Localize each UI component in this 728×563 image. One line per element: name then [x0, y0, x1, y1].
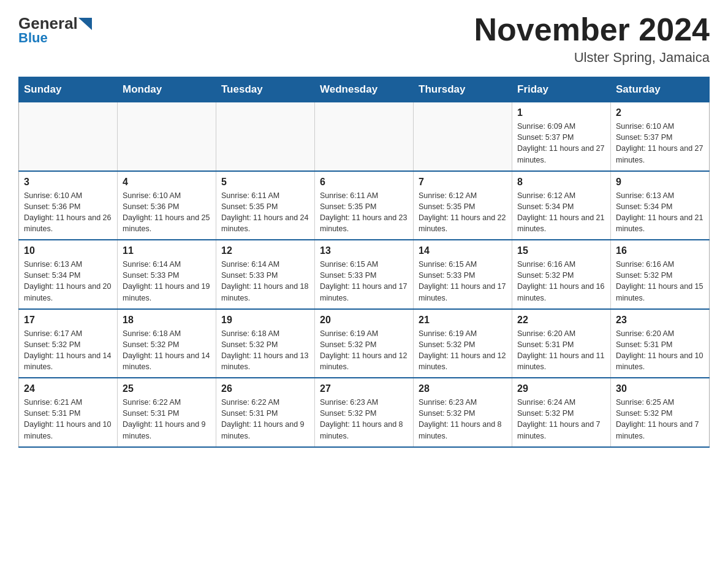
day-info-text: Sunrise: 6:18 AMSunset: 5:32 PMDaylight:… — [221, 328, 309, 373]
day-number: 28 — [419, 383, 507, 394]
day-info-text: Sunrise: 6:20 AMSunset: 5:31 PMDaylight:… — [616, 328, 704, 373]
day-info-text: Sunrise: 6:22 AMSunset: 5:31 PMDaylight:… — [221, 397, 309, 442]
col-header-wednesday: Wednesday — [315, 77, 414, 102]
day-number: 9 — [616, 177, 704, 188]
col-header-saturday: Saturday — [611, 77, 710, 102]
calendar-cell: 15Sunrise: 6:16 AMSunset: 5:32 PMDayligh… — [512, 240, 611, 309]
day-info-text: Sunrise: 6:24 AMSunset: 5:32 PMDaylight:… — [517, 397, 605, 442]
day-info-text: Sunrise: 6:22 AMSunset: 5:31 PMDaylight:… — [123, 397, 211, 442]
day-number: 4 — [123, 177, 211, 188]
day-info-text: Sunrise: 6:10 AMSunset: 5:37 PMDaylight:… — [616, 121, 704, 166]
day-number: 17 — [24, 315, 112, 326]
calendar-cell: 29Sunrise: 6:24 AMSunset: 5:32 PMDayligh… — [512, 378, 611, 447]
day-number: 20 — [320, 315, 408, 326]
calendar-cell: 28Sunrise: 6:23 AMSunset: 5:32 PMDayligh… — [414, 378, 512, 447]
day-info-text: Sunrise: 6:16 AMSunset: 5:32 PMDaylight:… — [517, 259, 605, 304]
calendar-cell: 1Sunrise: 6:09 AMSunset: 5:37 PMDaylight… — [512, 102, 611, 171]
day-info-text: Sunrise: 6:11 AMSunset: 5:35 PMDaylight:… — [320, 190, 408, 235]
calendar-header-row: SundayMondayTuesdayWednesdayThursdayFrid… — [19, 77, 710, 102]
day-number: 21 — [419, 315, 507, 326]
calendar-cell: 13Sunrise: 6:15 AMSunset: 5:33 PMDayligh… — [315, 240, 414, 309]
calendar-cell: 4Sunrise: 6:10 AMSunset: 5:36 PMDaylight… — [118, 171, 216, 240]
day-info-text: Sunrise: 6:15 AMSunset: 5:33 PMDaylight:… — [320, 259, 408, 304]
calendar-cell: 10Sunrise: 6:13 AMSunset: 5:34 PMDayligh… — [19, 240, 118, 309]
day-info-text: Sunrise: 6:20 AMSunset: 5:31 PMDaylight:… — [517, 328, 605, 373]
day-number: 26 — [221, 383, 309, 394]
day-number: 3 — [24, 177, 112, 188]
day-info-text: Sunrise: 6:18 AMSunset: 5:32 PMDaylight:… — [123, 328, 211, 373]
logo: General Blue — [18, 12, 92, 46]
day-number: 8 — [517, 177, 605, 188]
day-info-text: Sunrise: 6:11 AMSunset: 5:35 PMDaylight:… — [221, 190, 309, 235]
col-header-tuesday: Tuesday — [216, 77, 315, 102]
calendar-week-row: 1Sunrise: 6:09 AMSunset: 5:37 PMDaylight… — [19, 102, 710, 171]
calendar-cell: 12Sunrise: 6:14 AMSunset: 5:33 PMDayligh… — [216, 240, 315, 309]
col-header-monday: Monday — [118, 77, 216, 102]
calendar-cell: 25Sunrise: 6:22 AMSunset: 5:31 PMDayligh… — [118, 378, 216, 447]
logo-general-text: General — [18, 15, 78, 31]
logo-blue-text: Blue — [18, 30, 48, 46]
day-info-text: Sunrise: 6:21 AMSunset: 5:31 PMDaylight:… — [24, 397, 112, 442]
day-number: 24 — [24, 383, 112, 394]
day-number: 10 — [24, 245, 112, 256]
calendar-cell — [414, 102, 512, 171]
day-number: 19 — [221, 315, 309, 326]
day-info-text: Sunrise: 6:15 AMSunset: 5:33 PMDaylight:… — [419, 259, 507, 304]
calendar-cell: 22Sunrise: 6:20 AMSunset: 5:31 PMDayligh… — [512, 309, 611, 378]
calendar-cell: 26Sunrise: 6:22 AMSunset: 5:31 PMDayligh… — [216, 378, 315, 447]
calendar-cell: 3Sunrise: 6:10 AMSunset: 5:36 PMDaylight… — [19, 171, 118, 240]
header: General Blue November 2024 Ulster Spring… — [18, 12, 710, 66]
day-number: 30 — [616, 383, 704, 394]
calendar-table: SundayMondayTuesdayWednesdayThursdayFrid… — [18, 77, 710, 448]
day-info-text: Sunrise: 6:12 AMSunset: 5:34 PMDaylight:… — [517, 190, 605, 235]
day-info-text: Sunrise: 6:17 AMSunset: 5:32 PMDaylight:… — [24, 328, 112, 373]
calendar-cell: 18Sunrise: 6:18 AMSunset: 5:32 PMDayligh… — [118, 309, 216, 378]
day-number: 6 — [320, 177, 408, 188]
day-info-text: Sunrise: 6:10 AMSunset: 5:36 PMDaylight:… — [24, 190, 112, 235]
calendar-week-row: 10Sunrise: 6:13 AMSunset: 5:34 PMDayligh… — [19, 240, 710, 309]
day-number: 11 — [123, 245, 211, 256]
day-number: 15 — [517, 245, 605, 256]
day-number: 5 — [221, 177, 309, 188]
calendar-cell — [315, 102, 414, 171]
day-info-text: Sunrise: 6:19 AMSunset: 5:32 PMDaylight:… — [419, 328, 507, 373]
day-number: 25 — [123, 383, 211, 394]
title-area: November 2024 Ulster Spring, Jamaica — [474, 12, 710, 66]
day-info-text: Sunrise: 6:16 AMSunset: 5:32 PMDaylight:… — [616, 259, 704, 304]
day-number: 22 — [517, 315, 605, 326]
day-info-text: Sunrise: 6:19 AMSunset: 5:32 PMDaylight:… — [320, 328, 408, 373]
calendar-cell: 2Sunrise: 6:10 AMSunset: 5:37 PMDaylight… — [611, 102, 710, 171]
logo-triangle-icon — [78, 18, 92, 30]
day-number: 16 — [616, 245, 704, 256]
day-number: 23 — [616, 315, 704, 326]
day-number: 18 — [123, 315, 211, 326]
col-header-thursday: Thursday — [414, 77, 512, 102]
month-title: November 2024 — [474, 12, 710, 47]
calendar-cell — [216, 102, 315, 171]
calendar-cell: 5Sunrise: 6:11 AMSunset: 5:35 PMDaylight… — [216, 171, 315, 240]
calendar-cell: 6Sunrise: 6:11 AMSunset: 5:35 PMDaylight… — [315, 171, 414, 240]
day-info-text: Sunrise: 6:14 AMSunset: 5:33 PMDaylight:… — [221, 259, 309, 304]
col-header-sunday: Sunday — [19, 77, 118, 102]
day-info-text: Sunrise: 6:13 AMSunset: 5:34 PMDaylight:… — [24, 259, 112, 304]
day-info-text: Sunrise: 6:10 AMSunset: 5:36 PMDaylight:… — [123, 190, 211, 235]
calendar-cell: 11Sunrise: 6:14 AMSunset: 5:33 PMDayligh… — [118, 240, 216, 309]
calendar-cell: 7Sunrise: 6:12 AMSunset: 5:35 PMDaylight… — [414, 171, 512, 240]
day-number: 14 — [419, 245, 507, 256]
day-info-text: Sunrise: 6:23 AMSunset: 5:32 PMDaylight:… — [419, 397, 507, 442]
calendar-cell: 17Sunrise: 6:17 AMSunset: 5:32 PMDayligh… — [19, 309, 118, 378]
calendar-week-row: 24Sunrise: 6:21 AMSunset: 5:31 PMDayligh… — [19, 378, 710, 447]
day-info-text: Sunrise: 6:25 AMSunset: 5:32 PMDaylight:… — [616, 397, 704, 442]
day-info-text: Sunrise: 6:13 AMSunset: 5:34 PMDaylight:… — [616, 190, 704, 235]
day-info-text: Sunrise: 6:12 AMSunset: 5:35 PMDaylight:… — [419, 190, 507, 235]
calendar-cell: 16Sunrise: 6:16 AMSunset: 5:32 PMDayligh… — [611, 240, 710, 309]
day-info-text: Sunrise: 6:14 AMSunset: 5:33 PMDaylight:… — [123, 259, 211, 304]
calendar-cell: 19Sunrise: 6:18 AMSunset: 5:32 PMDayligh… — [216, 309, 315, 378]
calendar-cell: 8Sunrise: 6:12 AMSunset: 5:34 PMDaylight… — [512, 171, 611, 240]
day-number: 7 — [419, 177, 507, 188]
calendar-cell — [19, 102, 118, 171]
calendar-cell: 9Sunrise: 6:13 AMSunset: 5:34 PMDaylight… — [611, 171, 710, 240]
calendar-week-row: 17Sunrise: 6:17 AMSunset: 5:32 PMDayligh… — [19, 309, 710, 378]
day-number: 13 — [320, 245, 408, 256]
calendar-cell: 20Sunrise: 6:19 AMSunset: 5:32 PMDayligh… — [315, 309, 414, 378]
